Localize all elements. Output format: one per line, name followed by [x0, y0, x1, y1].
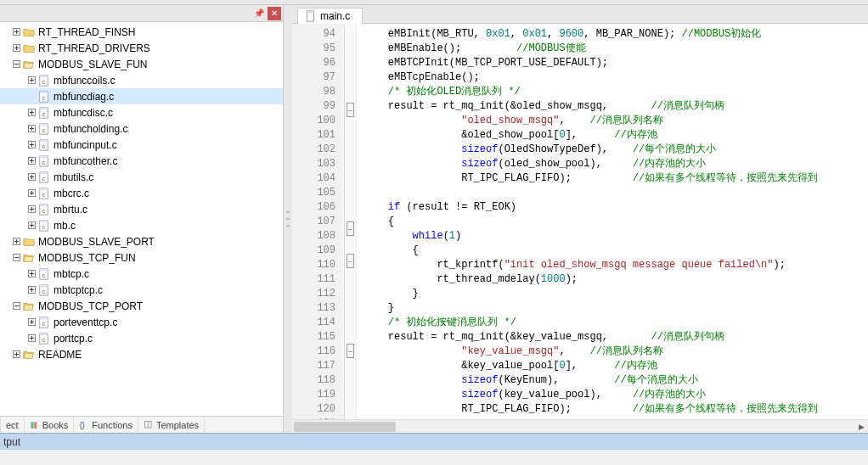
- vertical-splitter[interactable]: [284, 5, 292, 433]
- tree-row[interactable]: cmb.c: [0, 217, 283, 233]
- tab-books[interactable]: Books: [25, 417, 75, 434]
- file-c-icon: c: [37, 107, 51, 119]
- code-line[interactable]: &key_value_pool[0], //内存池: [357, 359, 868, 373]
- code-line[interactable]: sizeof(KeyEnum), //每个消息的大小: [357, 373, 868, 388]
- code-line[interactable]: RT_IPC_FLAG_FIFO); //如果有多个线程等待，按照先来先得到: [357, 402, 868, 417]
- collapse-icon[interactable]: [10, 252, 22, 264]
- expand-icon[interactable]: [25, 284, 37, 296]
- templates-icon: [144, 420, 154, 430]
- code-line[interactable]: eMBTcpEnable();: [357, 70, 868, 85]
- tab-project[interactable]: ect: [0, 417, 25, 434]
- code-editor[interactable]: 9495969798991001011021031041051061071081…: [292, 24, 868, 419]
- code-line[interactable]: result = rt_mq_init(&key_value_msgq, //消…: [357, 330, 868, 345]
- collapse-icon[interactable]: [10, 59, 22, 70]
- scroll-right-icon[interactable]: ▶: [854, 420, 868, 434]
- tree-row[interactable]: cmbtcptcp.c: [0, 282, 283, 298]
- editor-horizontal-scrollbar[interactable]: ◀ ▶: [292, 419, 868, 433]
- tree-row[interactable]: RT_THREAD_DRIVERS: [0, 40, 283, 56]
- line-number: 107: [292, 215, 344, 229]
- code-line[interactable]: if (result != RT_EOK): [357, 200, 868, 215]
- file-c-icon: c: [37, 123, 51, 135]
- pin-icon[interactable]: 📌: [252, 7, 266, 20]
- tree-row[interactable]: cmbfuncdiag.c: [0, 88, 283, 104]
- code-line[interactable]: {: [357, 215, 868, 229]
- svg-text:c: c: [42, 159, 45, 165]
- code-line[interactable]: rt_kprintf("init oled_show_msgq message …: [357, 258, 868, 272]
- fold-toggle-icon[interactable]: −: [345, 344, 356, 358]
- line-number: 110: [292, 258, 344, 272]
- line-number: 118: [292, 373, 344, 388]
- svg-text:c: c: [42, 175, 45, 181]
- code-line[interactable]: /* 初始化按键消息队列 */: [357, 316, 868, 330]
- code-line[interactable]: eMBEnable(); //MODBUS使能: [357, 42, 868, 56]
- panel-header: 📌 ✕: [0, 5, 283, 22]
- expand-icon[interactable]: [10, 42, 22, 54]
- tree-row[interactable]: cmbtcp.c: [0, 266, 283, 282]
- code-line[interactable]: while(1): [357, 229, 868, 244]
- expand-icon[interactable]: [25, 123, 37, 135]
- tree-row[interactable]: RT_THREAD_FINSH: [0, 24, 283, 40]
- tree-row[interactable]: cmbcrc.c: [0, 185, 283, 201]
- expand-icon[interactable]: [25, 139, 37, 151]
- code-line[interactable]: "oled_show_msgq", //消息队列名称: [357, 114, 868, 128]
- expand-icon[interactable]: [25, 75, 37, 87]
- expand-icon[interactable]: [25, 220, 37, 232]
- fold-toggle-icon[interactable]: −: [345, 254, 356, 268]
- code-line[interactable]: sizeof(OledShowTypeDef), //每个消息的大小: [357, 143, 868, 157]
- code-line[interactable]: }: [357, 301, 868, 316]
- code-line[interactable]: result = rt_mq_init(&oled_show_msgq, //消…: [357, 99, 868, 114]
- file-c-icon: c: [37, 220, 51, 232]
- tree-row[interactable]: cmbutils.c: [0, 169, 283, 185]
- expand-icon[interactable]: [10, 236, 22, 248]
- code-line[interactable]: "key_value_msgq", //消息队列名称: [357, 345, 868, 359]
- tree-row[interactable]: cmbfuncholding.c: [0, 120, 283, 137]
- expand-icon[interactable]: [25, 107, 37, 119]
- fold-toggle-icon[interactable]: −: [345, 103, 356, 117]
- expand-icon[interactable]: [25, 171, 37, 183]
- expand-icon[interactable]: [10, 26, 22, 38]
- expand-icon[interactable]: [25, 268, 37, 280]
- editor-tab-main-c[interactable]: main.c: [297, 8, 363, 24]
- fold-column[interactable]: −−−−: [345, 24, 357, 419]
- tree-row[interactable]: MODBUS_SLAVE_FUN: [0, 56, 283, 72]
- project-tree[interactable]: RT_THREAD_FINSHRT_THREAD_DRIVERSMODBUS_S…: [0, 22, 283, 416]
- svg-text:c: c: [42, 288, 45, 294]
- code-line[interactable]: {: [357, 244, 868, 258]
- expand-icon[interactable]: [25, 155, 37, 167]
- code-line[interactable]: }: [357, 287, 868, 301]
- tree-row[interactable]: cmbfuncinput.c: [0, 137, 283, 153]
- code-line[interactable]: sizeof(key_value_pool), //内存池的大小: [357, 388, 868, 402]
- code-line[interactable]: rt_thread_mdelay(1000);: [357, 272, 868, 287]
- collapse-icon[interactable]: [10, 300, 22, 312]
- code-content[interactable]: eMBInit(MB_RTU, 0x01, 0x01, 9600, MB_PAR…: [357, 24, 868, 419]
- tree-row[interactable]: cporttcp.c: [0, 330, 283, 346]
- tree-row[interactable]: MODBUS_TCP_PORT: [0, 298, 283, 314]
- tab-templates[interactable]: Templates: [138, 417, 205, 434]
- tree-row[interactable]: cmbrtu.c: [0, 201, 283, 217]
- fold-toggle-icon[interactable]: −: [345, 221, 356, 236]
- tree-row[interactable]: MODBUS_SLAVE_PORT: [0, 233, 283, 249]
- code-line[interactable]: sizeof(oled_show_pool), //内存池的大小: [357, 157, 868, 171]
- scroll-thumb[interactable]: [294, 422, 396, 432]
- tree-row[interactable]: README: [0, 346, 283, 362]
- expand-icon[interactable]: [25, 333, 37, 345]
- expand-icon[interactable]: [25, 188, 37, 199]
- line-gutter: 9495969798991001011021031041051061071081…: [292, 24, 345, 419]
- tab-functions[interactable]: {}Functions: [74, 417, 138, 434]
- expand-icon[interactable]: [25, 204, 37, 216]
- tree-row[interactable]: cmbfuncdisc.c: [0, 104, 283, 120]
- code-line[interactable]: &oled_show_pool[0], //内存池: [357, 128, 868, 143]
- output-panel-tab[interactable]: tput: [0, 433, 868, 450]
- tree-row[interactable]: MODBUS_TCP_FUN: [0, 249, 283, 266]
- code-line[interactable]: eMBInit(MB_RTU, 0x01, 0x01, 9600, MB_PAR…: [357, 27, 868, 42]
- code-line[interactable]: RT_IPC_FLAG_FIFO); //如果有多个线程等待，按照先来先得到: [357, 171, 868, 186]
- tree-row[interactable]: cporteventtcp.c: [0, 314, 283, 330]
- code-line[interactable]: eMBTCPInit(MB_TCP_PORT_USE_DEFAULT);: [357, 56, 868, 70]
- expand-icon[interactable]: [10, 349, 22, 361]
- tree-row[interactable]: cmbfunccoils.c: [0, 72, 283, 88]
- tree-row[interactable]: cmbfuncother.c: [0, 153, 283, 169]
- close-icon[interactable]: ✕: [268, 7, 281, 20]
- code-line[interactable]: /* 初始化OLED消息队列 */: [357, 85, 868, 99]
- code-line[interactable]: [357, 186, 868, 200]
- expand-icon[interactable]: [25, 317, 37, 328]
